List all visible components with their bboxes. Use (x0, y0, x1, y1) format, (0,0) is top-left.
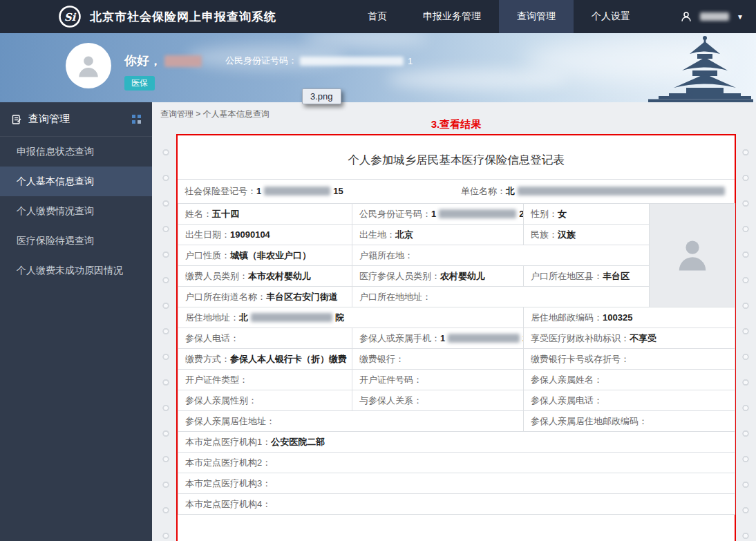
field-id-number: 公民身份证号码：121 (352, 204, 524, 225)
greeting-row: 你好， 公民身份证号码： 1 (124, 53, 413, 69)
redacted-value (518, 187, 725, 196)
sidebar-item-personal-payment-query[interactable]: 个人缴费情况查询 (0, 196, 152, 226)
redacted-value (251, 313, 332, 322)
nav-item-home[interactable]: 首页 (350, 0, 405, 33)
cloud-decor (387, 69, 567, 90)
field-hukou-street: 户口所在街道名称：丰台区右安门街道 (178, 287, 352, 307)
field-org-name: 单位名称：北 (461, 185, 728, 198)
field-gender: 性别：女 (524, 204, 650, 225)
field-residence-address: 居住地地址：北院 (178, 307, 524, 328)
form-title: 个人参加城乡居民基本医疗保险信息登记表 (178, 153, 735, 168)
field-hukou-location: 户籍所在地： (352, 245, 650, 266)
sidebar-item-declaration-status-query[interactable]: 申报信息状态查询 (0, 137, 152, 167)
field-relation: 与参保人关系： (352, 390, 524, 411)
field-phone: 参保人电话： (178, 328, 352, 349)
field-relative-gender: 参保人亲属性别： (178, 390, 352, 411)
redacted-user-name (700, 12, 729, 21)
app-title: 北京市社会保险网上申报查询系统 (90, 9, 276, 25)
result-highlight-box: 个人参加城乡居民基本医疗保险信息登记表 社会保险登记号：115 单位名称：北 姓… (176, 134, 736, 541)
si-logo-icon[interactable]: Si (58, 5, 82, 28)
citizen-id-suffix: 1 (408, 56, 413, 66)
person-icon (670, 231, 715, 277)
table-row: 参保人电话： 参保人或亲属手机：12 享受医疗财政补助标识：不享受 (178, 328, 735, 349)
sidebar-header-label: 查询管理 (28, 113, 70, 126)
top-navbar: Si 北京市社会保险网上申报查询系统 首页 申报业务管理 查询管理 个人设置 ▼ (0, 0, 756, 33)
field-pay-method: 缴费方式：参保人本人银行卡（折）缴费 (178, 349, 352, 370)
field-medical-category: 医疗参保人员类别：农村婴幼儿 (352, 266, 524, 287)
table-row: 本市定点医疗机构2： (178, 453, 735, 473)
field-birth-date: 出生日期：19090104 (178, 225, 352, 245)
clipboard-icon (11, 114, 22, 125)
field-hukou-district: 户口所在地区县：丰台区 (524, 266, 650, 287)
field-hukou-type: 户口性质：城镇（非农业户口） (178, 245, 352, 266)
field-relative-phone: 参保人亲属电话： (524, 390, 735, 411)
field-subsidy-flag: 享受医疗财政补助标识：不享受 (524, 328, 735, 349)
nav-item-declare-business[interactable]: 申报业务管理 (405, 0, 499, 33)
table-row: 开户证件类型： 开户证件号码： 参保人亲属姓名： (178, 370, 735, 390)
sidebar: 查询管理 申报信息状态查询 个人基本信息查询 个人缴费情况查询 医疗保险待遇查询… (0, 102, 152, 541)
left-dot-column-decor (161, 137, 171, 541)
table-row: 本市定点医疗机构1：公安医院二部 (178, 432, 735, 453)
medical-insurance-badge[interactable]: 医保 (124, 76, 155, 91)
step-annotation: 3.查看结果 (176, 118, 736, 131)
user-icon (680, 10, 692, 23)
field-account-doc-type: 开户证件类型： (178, 370, 352, 390)
table-row: 参保人亲属居住地址： 参保人亲属居住地邮政编码： (178, 411, 735, 432)
field-payer-category: 缴费人员类别：本市农村婴幼儿 (178, 266, 352, 287)
sidebar-item-medical-benefit-query[interactable]: 医疗保险待遇查询 (0, 226, 152, 256)
avatar[interactable] (66, 43, 111, 88)
table-row: 本市定点医疗机构4： (178, 494, 735, 515)
field-account-doc-number: 开户证件号码： (352, 370, 524, 390)
field-hospital-1: 本市定点医疗机构1：公安医院二部 (178, 432, 735, 453)
field-relative-address: 参保人亲属居住地址： (178, 411, 524, 432)
field-ethnicity: 民族：汉族 (524, 225, 650, 245)
field-hospital-3: 本市定点医疗机构3： (178, 473, 735, 494)
main-nav: 首页 申报业务管理 查询管理 个人设置 (350, 0, 648, 33)
table-row: 缴费方式：参保人本人银行卡（折）缴费 缴费银行： 缴费银行卡号或存折号： (178, 349, 735, 370)
table-row: 参保人亲属性别： 与参保人关系： 参保人亲属电话： (178, 390, 735, 411)
table-row: 姓名：五十四 公民身份证号码：121 性别：女 (178, 204, 735, 225)
sidebar-item-payment-failure-reason[interactable]: 个人缴费未成功原因情况 (0, 256, 152, 285)
chevron-down-icon: ▼ (737, 13, 744, 21)
insurance-info-table: 姓名：五十四 公民身份证号码：121 性别：女 出生日期：19090104 出生 (178, 203, 735, 515)
svg-text:Si: Si (64, 11, 77, 23)
field-name: 姓名：五十四 (178, 204, 352, 225)
user-banner: 你好， 公民身份证号码： 1 医保 (0, 33, 756, 102)
redacted-value (439, 209, 516, 218)
app-window: Si 北京市社会保险网上申报查询系统 首页 申报业务管理 查询管理 个人设置 ▼ (0, 0, 756, 541)
field-relative-name: 参保人亲属姓名： (524, 370, 735, 390)
table-row: 居住地地址：北院 居住地邮政编码：100325 (178, 307, 735, 328)
redacted-value (264, 187, 330, 196)
field-pay-card-number: 缴费银行卡号或存折号： (524, 349, 735, 370)
field-birth-place: 出生地：北京 (352, 225, 524, 245)
main-content: 查询管理 > 个人基本信息查询 3.查看结果 个人参加城乡居民基本医疗保险信息登… (152, 102, 756, 541)
photo-placeholder (650, 204, 735, 307)
person-icon (73, 50, 104, 81)
field-social-insurance-reg-no: 社会保险登记号：115 (185, 185, 343, 198)
field-mobile: 参保人或亲属手机：12 (352, 328, 524, 349)
grid-toggle-icon[interactable] (132, 115, 141, 124)
sidebar-header: 查询管理 (0, 102, 152, 137)
right-dot-column-decor (741, 137, 750, 541)
table-row: 本市定点医疗机构3： (178, 473, 735, 494)
filename-tooltip: 3.png (302, 88, 341, 104)
field-residence-zip: 居住地邮政编码：100325 (524, 307, 735, 328)
field-relative-zip: 参保人亲属居住地邮政编码： (524, 411, 735, 432)
redacted-value (448, 334, 520, 343)
greeting-text: 你好， (124, 53, 162, 69)
registration-row: 社会保险登记号：115 单位名称：北 (178, 179, 735, 203)
nav-item-personal-settings[interactable]: 个人设置 (574, 0, 648, 33)
cloud-decor (304, 33, 428, 47)
redacted-person-name (164, 55, 202, 67)
sidebar-item-personal-basic-info-query[interactable]: 个人基本信息查询 (0, 167, 152, 196)
citizen-id-label: 公民身份证号码： (225, 55, 297, 67)
nav-item-query-management[interactable]: 查询管理 (499, 0, 574, 33)
redacted-citizen-id (300, 57, 404, 66)
temple-of-heaven-illustration (587, 33, 753, 102)
user-menu[interactable]: ▼ (680, 10, 756, 23)
field-hukou-address: 户口所在地地址： (352, 287, 650, 307)
field-hospital-4: 本市定点医疗机构4： (178, 494, 735, 515)
field-hospital-2: 本市定点医疗机构2： (178, 453, 735, 473)
field-pay-bank: 缴费银行： (352, 349, 524, 370)
